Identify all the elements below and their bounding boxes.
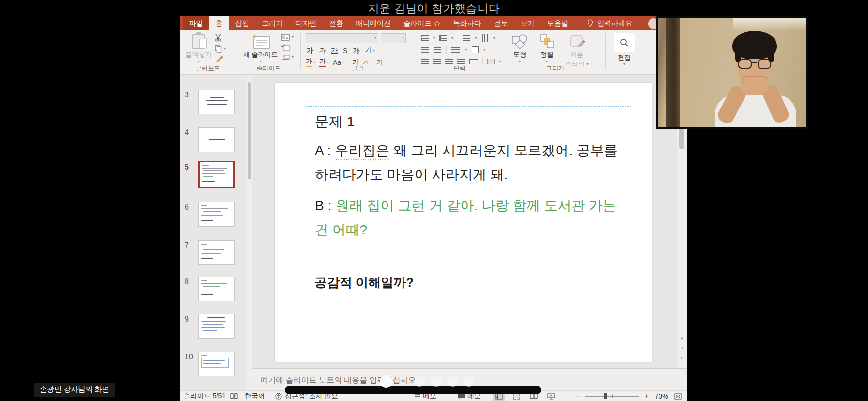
chevron-down-icon: ▾	[327, 61, 329, 64]
tab-record[interactable]: 녹화하다	[447, 16, 488, 30]
previous-slide-icon[interactable]: «	[677, 344, 687, 353]
drawing-group-label: 그리기	[504, 64, 606, 73]
slide-problem-title: 문제 1	[315, 112, 622, 132]
fit-to-window-icon[interactable]	[674, 393, 682, 400]
text-direction-icon[interactable]	[482, 34, 488, 42]
drawing-group: 도형 ▾ 정렬 ▾	[504, 30, 606, 75]
zoom-in-icon[interactable]: +	[644, 392, 649, 401]
align-left-icon[interactable]	[421, 59, 429, 64]
paste-button[interactable]: 붙여넣기 ▾	[186, 34, 212, 63]
bold-button[interactable]: 가	[307, 46, 313, 55]
slide-thumbnail-9[interactable]	[198, 314, 235, 339]
zoom-slider[interactable]	[585, 396, 639, 397]
quick-styles-button[interactable]: 빠른 스타일 ▾	[565, 34, 589, 69]
language-button[interactable]: 한국어	[245, 391, 265, 401]
text-shadow-button[interactable]: 가	[353, 46, 359, 55]
thumbnail-scrollbar[interactable]	[247, 75, 252, 391]
chevron-down-icon: ▾	[374, 36, 376, 39]
slide-number: 10	[185, 353, 193, 361]
tab-transitions[interactable]: 전환	[323, 16, 350, 30]
font-name-combobox[interactable]: ▾	[306, 33, 378, 43]
webcam-video-tile[interactable]	[656, 16, 808, 129]
slide-canvas[interactable]: 문제 1 A : 우리집은 왜 그리 시끄러운지 모르겠어. 공부를 하려다가도…	[275, 83, 652, 362]
search-icon	[620, 38, 629, 47]
meeting-control-bar[interactable]	[285, 386, 541, 394]
distribute-icon[interactable]	[469, 59, 478, 64]
columns-icon[interactable]	[451, 47, 460, 53]
numbering-icon[interactable]	[439, 35, 447, 41]
background-door	[666, 18, 680, 127]
language-label: 한국어	[245, 392, 265, 401]
chevron-down-icon: ▾	[292, 36, 294, 39]
speaker-a-prefix: A :	[315, 143, 335, 158]
tab-home[interactable]: 홈	[209, 16, 229, 30]
tab-animations[interactable]: 애니메이션	[350, 16, 398, 30]
person-hair	[732, 31, 777, 59]
slide-thumbnail-4[interactable]	[198, 127, 235, 152]
slide-text-box[interactable]: 문제 1 A : 우리집은 왜 그리 시끄러운지 모르겠어. 공부를 하려다가도…	[306, 106, 631, 229]
align-center-icon[interactable]	[433, 59, 441, 64]
shapes-button[interactable]: 도형 ▾	[511, 34, 528, 69]
slide-thumbnail-7[interactable]	[198, 240, 235, 265]
paragraph-dialog-launcher-icon[interactable]	[497, 67, 502, 72]
justify-icon[interactable]	[457, 59, 465, 64]
screen-share-label: 손광민 강사님의 화면	[34, 383, 115, 397]
zoom-level[interactable]: 73%	[655, 392, 668, 400]
clipboard-dialog-launcher-icon[interactable]	[230, 67, 234, 72]
zoom-out-icon[interactable]: −	[576, 392, 580, 401]
tell-me-search[interactable]: 입력하세요	[587, 16, 633, 30]
slide-thumbnail-5-selected[interactable]	[198, 161, 235, 188]
align-right-icon[interactable]	[445, 59, 453, 64]
slides-group: 새 슬라이드 ▾ ▾	[236, 30, 301, 75]
arrange-button[interactable]: 정렬 ▾	[539, 34, 555, 69]
overlay-dot	[380, 375, 392, 388]
new-slide-button[interactable]: 새 슬라이드 ▾	[243, 34, 278, 63]
paste-label: 붙여넣기	[186, 50, 212, 59]
slide-thumbnail-6[interactable]	[198, 202, 235, 227]
next-slide-icon[interactable]: «	[677, 354, 687, 362]
join-notification-banner: 지윤 김님이 참가했습니다	[0, 0, 868, 16]
reset-slide-button[interactable]	[281, 44, 294, 51]
increase-indent-icon[interactable]	[434, 47, 441, 53]
tab-review[interactable]: 검토	[488, 16, 514, 30]
decrease-indent-icon[interactable]	[421, 47, 429, 53]
tab-insert[interactable]: 삽입	[229, 16, 256, 30]
slide-thumbnail-8[interactable]	[198, 277, 235, 301]
slide-layout-button[interactable]: ▾	[281, 34, 294, 41]
chevron-down-icon: ▾	[313, 61, 315, 64]
slide-thumbnail-10[interactable]	[198, 352, 235, 376]
editing-button[interactable]: 편집 ▾	[614, 33, 635, 66]
tell-me-label: 입력하세요	[597, 19, 633, 28]
tab-slideshow[interactable]: 슬라이드 쇼	[397, 16, 447, 30]
tab-help[interactable]: 도움말	[541, 16, 575, 30]
cut-button[interactable]	[215, 34, 223, 42]
underline-button[interactable]: 가	[331, 46, 338, 55]
zoom-slider-handle[interactable]	[604, 393, 607, 399]
overlay-dot	[414, 376, 425, 387]
align-text-icon[interactable]	[472, 46, 479, 53]
slide-number: 5	[185, 163, 189, 171]
tab-draw[interactable]: 그리기	[256, 16, 290, 30]
spell-check-button[interactable]	[230, 391, 238, 401]
slide-thumbnail-3[interactable]	[198, 90, 235, 114]
character-spacing-button[interactable]: 가 ▾	[365, 46, 375, 55]
chevron-down-icon: ▾	[260, 60, 262, 63]
italic-button[interactable]: 가	[319, 46, 326, 55]
slideshow-view-button[interactable]	[545, 391, 558, 401]
tab-file[interactable]: 파일	[183, 16, 209, 30]
copy-button[interactable]: ▾	[215, 45, 226, 53]
chevron-down-icon: ▾	[402, 36, 404, 39]
bullets-icon[interactable]	[421, 35, 429, 41]
scroll-down-icon[interactable]: ▼	[677, 334, 687, 343]
smartart-convert-icon[interactable]	[487, 59, 495, 64]
format-painter-button[interactable]	[215, 56, 223, 63]
person-glasses	[737, 59, 772, 69]
line-spacing-icon[interactable]	[463, 35, 470, 41]
tab-view[interactable]: 보기	[514, 16, 541, 30]
section-button[interactable]: ▾	[281, 54, 294, 61]
font-dialog-launcher-icon[interactable]	[408, 67, 413, 72]
font-size-combobox[interactable]: ▾	[381, 33, 406, 43]
new-slide-icon	[251, 34, 270, 49]
strikethrough-button[interactable]: S	[343, 47, 347, 55]
tab-design[interactable]: 디자인	[289, 16, 323, 30]
